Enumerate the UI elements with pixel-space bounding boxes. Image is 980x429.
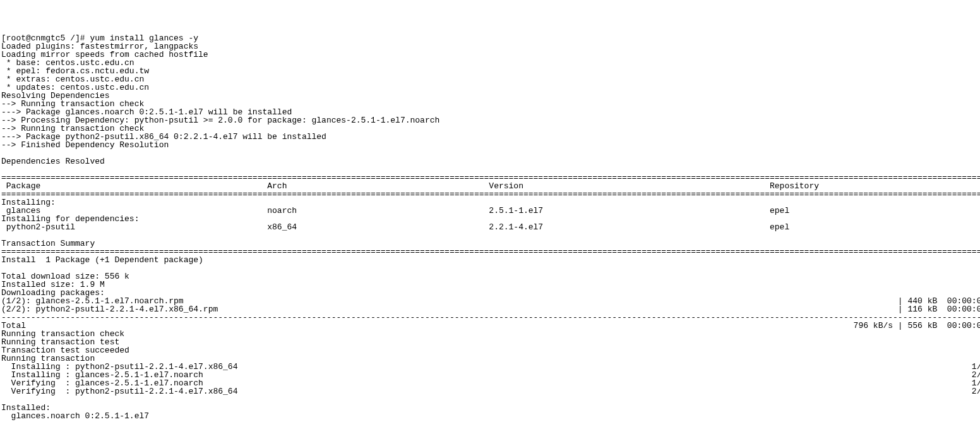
- terminal-output: [root@cnmgtc5 /]# yum install glances -y…: [1, 34, 980, 429]
- install-summary: Install 1 Package (+1 Dependent package): [1, 255, 203, 265]
- output-line: --> Finished Dependency Resolution: [1, 140, 169, 150]
- total-row: Total 796 kB/s | 556 kB 00:00:00: [1, 321, 980, 330]
- table-divider: ========================================…: [1, 190, 980, 199]
- table-row: python2-psutil x86_64 2.2.1-4.el7 epel: [1, 222, 980, 232]
- verify-row: Verifying : python2-psutil-2.2.1-4.el7.x…: [1, 387, 980, 396]
- table-row: glances noarch 2.5.1-1.el7 epel: [1, 206, 980, 215]
- output-line: glances.noarch 0:2.5.1-1.el7: [1, 411, 149, 421]
- output-line: Dependencies Resolved: [1, 157, 105, 166]
